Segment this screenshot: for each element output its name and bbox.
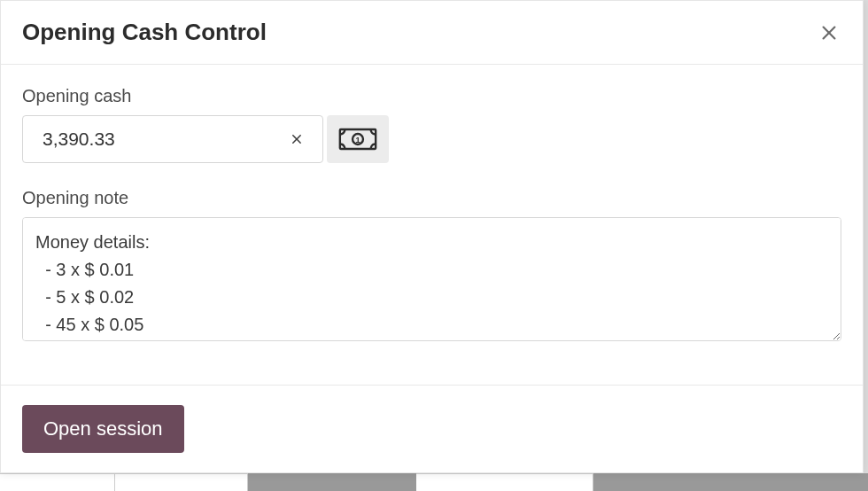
opening-cash-input-wrap bbox=[22, 115, 323, 163]
money-details-button[interactable]: 1 bbox=[327, 115, 389, 163]
close-icon bbox=[819, 23, 839, 43]
opening-cash-input[interactable] bbox=[43, 129, 283, 150]
money-bill-icon: 1 bbox=[338, 127, 377, 152]
opening-note-textarea[interactable] bbox=[22, 217, 841, 341]
modal-header: Opening Cash Control bbox=[1, 1, 863, 65]
opening-cash-control-modal: Opening Cash Control Opening cash bbox=[0, 0, 864, 473]
opening-cash-label: Opening cash bbox=[22, 86, 841, 106]
modal-title: Opening Cash Control bbox=[22, 19, 267, 46]
clear-icon bbox=[289, 131, 305, 147]
modal-footer: Open session bbox=[1, 385, 863, 472]
modal-body: Opening cash bbox=[1, 65, 863, 385]
close-button[interactable] bbox=[817, 20, 841, 45]
opening-note-label: Opening note bbox=[22, 188, 841, 208]
clear-input-button[interactable] bbox=[283, 126, 310, 152]
svg-text:1: 1 bbox=[355, 136, 360, 144]
open-session-button[interactable]: Open session bbox=[22, 405, 184, 453]
